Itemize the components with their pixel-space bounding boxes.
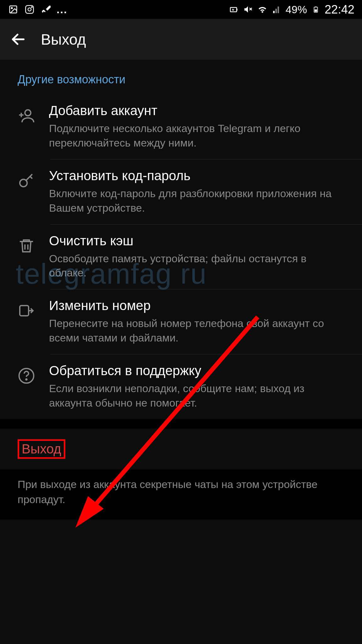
support-item[interactable]: Обратиться в поддержку Если возникли неп… bbox=[0, 354, 362, 419]
passcode-item[interactable]: Установить код-пароль Включите код-парол… bbox=[0, 159, 362, 224]
svg-point-13 bbox=[25, 110, 31, 116]
svg-point-3 bbox=[28, 8, 31, 11]
item-title: Добавить аккаунт bbox=[49, 103, 344, 118]
svg-rect-10 bbox=[315, 7, 317, 7]
add-person-icon bbox=[16, 106, 36, 126]
item-title: Обратиться в поддержку bbox=[49, 363, 344, 378]
more-icon: ... bbox=[57, 3, 67, 16]
item-title: Изменить номер bbox=[49, 298, 344, 313]
item-title: Очистить кэш bbox=[49, 233, 344, 248]
section-spacer bbox=[0, 419, 362, 429]
brush-icon bbox=[40, 4, 52, 15]
battery-percent: 49% bbox=[286, 3, 307, 16]
item-desc: Перенесите на новый номер телефона свой … bbox=[49, 316, 344, 345]
trash-icon bbox=[16, 236, 36, 256]
help-icon bbox=[16, 366, 36, 386]
key-icon bbox=[16, 171, 36, 191]
section-header: Другие возможности bbox=[0, 73, 362, 94]
add-account-item[interactable]: Добавить аккаунт Подключите несколько ак… bbox=[0, 94, 362, 159]
svg-point-1 bbox=[11, 8, 13, 9]
back-button[interactable] bbox=[9, 30, 28, 49]
item-title: Установить код-пароль bbox=[49, 168, 344, 183]
instagram-icon bbox=[24, 4, 35, 15]
svg-rect-6 bbox=[237, 9, 238, 11]
logout-button[interactable]: Выход bbox=[18, 439, 65, 459]
svg-point-21 bbox=[26, 379, 27, 380]
change-number-item[interactable]: Изменить номер Перенесите на новый номер… bbox=[0, 289, 362, 354]
clock-time: 22:42 bbox=[325, 3, 354, 16]
item-desc: Включите код-пароль для разблокировки пр… bbox=[49, 186, 344, 215]
svg-point-16 bbox=[20, 179, 27, 186]
battery-icon bbox=[310, 4, 321, 15]
svg-rect-11 bbox=[315, 9, 317, 12]
battery-charge-icon bbox=[228, 4, 239, 15]
item-desc: Освободите память устройства; файлы оста… bbox=[49, 252, 344, 280]
gallery-icon bbox=[8, 4, 19, 15]
signal-icon bbox=[271, 4, 282, 15]
wifi-icon bbox=[257, 4, 268, 15]
header: Выход bbox=[0, 19, 362, 60]
item-desc: Подключите несколько аккаунтов Telegram … bbox=[49, 121, 344, 150]
mute-icon bbox=[242, 4, 254, 15]
clear-cache-item[interactable]: Очистить кэш Освободите память устройств… bbox=[0, 225, 362, 289]
transfer-icon bbox=[16, 301, 36, 321]
page-title: Выход bbox=[41, 31, 86, 48]
svg-point-4 bbox=[31, 7, 32, 8]
footer-note: При выходе из аккаунта секретные чаты на… bbox=[0, 469, 362, 519]
svg-rect-19 bbox=[20, 306, 29, 316]
item-desc: Если возникли неполадки, сообщите нам; в… bbox=[49, 381, 344, 410]
status-bar: ... 49% 22:42 bbox=[0, 0, 362, 19]
